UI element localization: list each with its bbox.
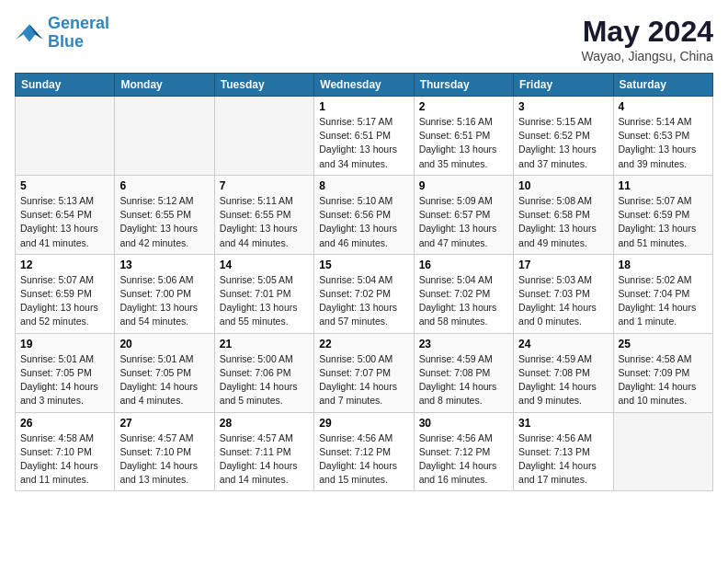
calendar-day: 4Sunrise: 5:14 AM Sunset: 6:53 PM Daylig… [613,97,712,176]
day-info: Sunrise: 5:17 AM Sunset: 6:51 PM Dayligh… [319,115,408,171]
day-info: Sunrise: 5:06 AM Sunset: 7:00 PM Dayligh… [119,273,209,329]
day-number: 15 [319,259,408,271]
day-info: Sunrise: 4:56 AM Sunset: 7:12 PM Dayligh… [419,431,508,488]
day-number: 6 [119,179,209,192]
day-info: Sunrise: 4:59 AM Sunset: 7:08 PM Dayligh… [419,352,508,408]
calendar-day: 24Sunrise: 4:59 AM Sunset: 7:08 PM Dayli… [514,333,613,412]
day-number: 11 [619,179,708,192]
calendar-day: 3Sunrise: 5:15 AM Sunset: 6:52 PM Daylig… [514,97,613,176]
calendar-day: 27Sunrise: 4:57 AM Sunset: 7:10 PM Dayli… [115,412,214,491]
calendar-day [115,97,214,176]
calendar-day [214,97,313,176]
calendar-table: SundayMondayTuesdayWednesdayThursdayFrid… [15,73,713,491]
day-header-sunday: Sunday [16,74,115,97]
calendar-day: 22Sunrise: 5:00 AM Sunset: 7:07 PM Dayli… [314,333,414,412]
day-number: 14 [220,259,309,271]
calendar-day: 7Sunrise: 5:11 AM Sunset: 6:55 PM Daylig… [214,175,313,254]
day-number: 3 [518,100,608,113]
calendar-day: 31Sunrise: 4:56 AM Sunset: 7:13 PM Dayli… [514,412,613,491]
day-info: Sunrise: 5:12 AM Sunset: 6:55 PM Dayligh… [119,194,209,250]
day-info: Sunrise: 5:07 AM Sunset: 6:59 PM Dayligh… [20,273,109,329]
day-number: 1 [319,100,408,113]
calendar-week-1: 1Sunrise: 5:17 AM Sunset: 6:51 PM Daylig… [16,97,713,176]
calendar-day: 11Sunrise: 5:07 AM Sunset: 6:59 PM Dayli… [613,175,712,254]
day-number: 9 [419,179,508,192]
day-number: 25 [619,338,708,350]
calendar-day: 2Sunrise: 5:16 AM Sunset: 6:51 PM Daylig… [414,97,513,176]
day-number: 4 [619,100,708,113]
day-info: Sunrise: 5:11 AM Sunset: 6:55 PM Dayligh… [220,194,309,250]
day-number: 10 [518,179,608,192]
day-info: Sunrise: 5:13 AM Sunset: 6:54 PM Dayligh… [20,194,109,250]
day-info: Sunrise: 5:04 AM Sunset: 7:02 PM Dayligh… [319,273,408,329]
calendar-day: 14Sunrise: 5:05 AM Sunset: 7:01 PM Dayli… [214,254,313,333]
day-info: Sunrise: 4:58 AM Sunset: 7:09 PM Dayligh… [619,352,708,408]
day-number: 5 [20,179,109,192]
day-info: Sunrise: 4:56 AM Sunset: 7:12 PM Dayligh… [319,431,408,488]
day-info: Sunrise: 5:05 AM Sunset: 7:01 PM Dayligh… [220,273,309,329]
page-header: General Blue May 2024 Wayao, Jiangsu, Ch… [15,15,713,63]
day-info: Sunrise: 5:08 AM Sunset: 6:58 PM Dayligh… [518,194,608,250]
day-number: 12 [20,259,109,271]
calendar-day: 6Sunrise: 5:12 AM Sunset: 6:55 PM Daylig… [115,175,214,254]
day-number: 17 [518,259,608,271]
day-header-wednesday: Wednesday [314,74,414,97]
calendar-day: 5Sunrise: 5:13 AM Sunset: 6:54 PM Daylig… [16,175,115,254]
day-info: Sunrise: 5:01 AM Sunset: 7:05 PM Dayligh… [20,352,109,408]
day-info: Sunrise: 5:04 AM Sunset: 7:02 PM Dayligh… [419,273,508,329]
calendar-day: 18Sunrise: 5:02 AM Sunset: 7:04 PM Dayli… [613,254,712,333]
day-number: 28 [220,417,309,430]
logo-line2: Blue [48,32,84,51]
location: Wayao, Jiangsu, China [582,49,713,63]
logo-line1: General [48,14,109,32]
calendar-day: 8Sunrise: 5:10 AM Sunset: 6:56 PM Daylig… [314,175,414,254]
day-header-saturday: Saturday [613,74,712,97]
calendar-day: 29Sunrise: 4:56 AM Sunset: 7:12 PM Dayli… [314,412,414,491]
day-header-monday: Monday [115,74,214,97]
day-number: 13 [119,259,209,271]
calendar-day: 12Sunrise: 5:07 AM Sunset: 6:59 PM Dayli… [16,254,115,333]
day-number: 31 [518,417,608,430]
calendar-week-4: 19Sunrise: 5:01 AM Sunset: 7:05 PM Dayli… [16,333,713,412]
svg-marker-0 [17,24,43,41]
day-header-tuesday: Tuesday [214,74,313,97]
day-info: Sunrise: 5:16 AM Sunset: 6:51 PM Dayligh… [419,115,508,171]
day-number: 21 [220,338,309,350]
day-info: Sunrise: 4:57 AM Sunset: 7:11 PM Dayligh… [220,431,309,488]
day-info: Sunrise: 5:01 AM Sunset: 7:05 PM Dayligh… [119,352,209,408]
day-info: Sunrise: 4:57 AM Sunset: 7:10 PM Dayligh… [119,431,209,488]
calendar-day: 13Sunrise: 5:06 AM Sunset: 7:00 PM Dayli… [115,254,214,333]
day-info: Sunrise: 4:59 AM Sunset: 7:08 PM Dayligh… [518,352,608,408]
day-number: 24 [518,338,608,350]
day-number: 20 [119,338,209,350]
calendar-day: 21Sunrise: 5:00 AM Sunset: 7:06 PM Dayli… [214,333,313,412]
day-number: 30 [419,417,508,430]
calendar-header-row: SundayMondayTuesdayWednesdayThursdayFrid… [16,74,713,97]
logo-icon [15,18,44,48]
day-header-thursday: Thursday [414,74,513,97]
day-number: 2 [419,100,508,113]
title-block: May 2024 Wayao, Jiangsu, China [582,15,713,63]
month-title: May 2024 [582,15,713,49]
calendar-day: 17Sunrise: 5:03 AM Sunset: 7:03 PM Dayli… [514,254,613,333]
calendar-day: 1Sunrise: 5:17 AM Sunset: 6:51 PM Daylig… [314,97,414,176]
day-header-friday: Friday [514,74,613,97]
day-info: Sunrise: 4:58 AM Sunset: 7:10 PM Dayligh… [20,431,109,488]
calendar-week-3: 12Sunrise: 5:07 AM Sunset: 6:59 PM Dayli… [16,254,713,333]
day-number: 19 [20,338,109,350]
calendar-day [613,412,712,491]
logo: General Blue [15,15,109,52]
day-number: 27 [119,417,209,430]
calendar-day [16,97,115,176]
calendar-day: 10Sunrise: 5:08 AM Sunset: 6:58 PM Dayli… [514,175,613,254]
day-info: Sunrise: 5:03 AM Sunset: 7:03 PM Dayligh… [518,273,608,329]
day-info: Sunrise: 5:02 AM Sunset: 7:04 PM Dayligh… [619,273,708,329]
calendar-day: 16Sunrise: 5:04 AM Sunset: 7:02 PM Dayli… [414,254,513,333]
calendar-day: 30Sunrise: 4:56 AM Sunset: 7:12 PM Dayli… [414,412,513,491]
calendar-day: 23Sunrise: 4:59 AM Sunset: 7:08 PM Dayli… [414,333,513,412]
day-number: 8 [319,179,408,192]
calendar-day: 25Sunrise: 4:58 AM Sunset: 7:09 PM Dayli… [613,333,712,412]
day-info: Sunrise: 4:56 AM Sunset: 7:13 PM Dayligh… [518,431,608,488]
day-number: 16 [419,259,508,271]
day-info: Sunrise: 5:07 AM Sunset: 6:59 PM Dayligh… [619,194,708,250]
